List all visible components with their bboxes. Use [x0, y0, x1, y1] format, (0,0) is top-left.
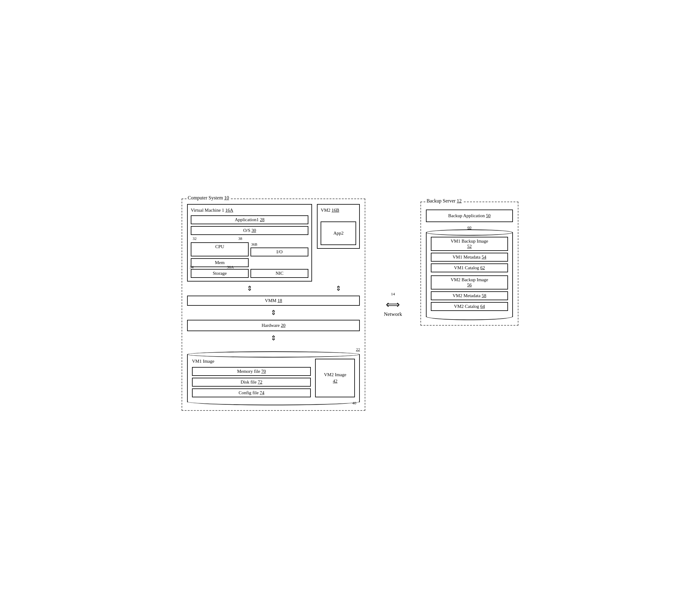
hw-grid: CPU 36B I/O Mem [191, 242, 308, 267]
app1-box: Application1 28 [191, 215, 308, 224]
nic-label: NIC [275, 271, 284, 276]
backup-items: VM1 Backup Image 52 VM1 Metadata 54 VM1 … [431, 237, 508, 312]
backup-drum-bottom [426, 316, 513, 320]
hardware-bar: Hardware 20 [187, 320, 360, 331]
config-file-box: Config file 74 [192, 388, 311, 397]
vm2-img-title-text: VM2 Image [324, 372, 346, 377]
backup-app-ref: 50 [486, 213, 490, 218]
vm2-img-ref-text: 42 [333, 379, 338, 384]
drum-bottom: 40 [187, 402, 360, 405]
disk-file-ref: 72 [258, 380, 263, 384]
mem-file-label: Memory file [237, 369, 260, 374]
storage-drum: 22 VM1 Image Memory file 70 [187, 347, 360, 405]
diagram-wrapper: Computer System 10 Virtual Machine 1 16A… [182, 198, 518, 411]
network-label: Network [384, 311, 402, 317]
app2-label: App2 [334, 231, 344, 236]
callout-32: 32 [193, 236, 197, 241]
os-box: O/S 30 [191, 226, 308, 235]
vmm-label: VMM [265, 298, 276, 303]
vm2-title-text: VM2 [321, 208, 330, 213]
nic-spacer [250, 258, 308, 267]
vm1-backup-img-label: VM1 Backup Image [451, 239, 488, 244]
vm2-backup-img-ref: 56 [467, 282, 471, 288]
vm1-metadata-label: VM1 Metadata [453, 255, 481, 259]
io-label: I/O [276, 249, 283, 254]
hardware-label: Hardware [262, 323, 280, 328]
memory-file-box: Memory file 70 [192, 367, 311, 376]
callout-36b: 36B [251, 242, 308, 247]
backup-app-label: Backup Application [448, 213, 485, 218]
vm1-title: Virtual Machine 1 16A [191, 208, 308, 213]
vm2-backup-img-label: VM2 Backup Image [451, 277, 488, 282]
app2-box: App2 [321, 222, 356, 245]
vm2-catalog-box: VM2 Catalog 64 [431, 302, 508, 311]
callout-area: 32 38 [191, 237, 308, 240]
vm1-backup-group: VM1 Backup Image 52 VM1 Metadata 54 VM1 … [431, 237, 508, 272]
bs-inner: Backup Application 50 60 VM1 Backup Imag… [426, 210, 513, 320]
disk-file-label: Disk file [241, 380, 257, 384]
network-label-text: Network [384, 311, 402, 317]
callout-36a-label: 36A [227, 265, 234, 269]
vm1-catalog-box: VM1 Catalog 62 [431, 263, 508, 272]
vm2-catalog-label: VM2 Catalog [454, 304, 479, 309]
drum-content: VM1 Image Memory file 70 Disk file 72 [192, 359, 355, 397]
config-file-label: Config file [238, 390, 258, 395]
cpu-box: CPU [191, 242, 249, 256]
vm1-img-title-text: VM1 Image [192, 359, 214, 364]
cpu-label: CPU [215, 244, 224, 249]
callout-34-label: 34 [190, 265, 194, 269]
disk-file-box: Disk file 72 [192, 378, 311, 387]
nic-box: NIC [250, 269, 308, 278]
vm2-image-col: VM2 Image 42 [315, 359, 355, 397]
vm2-backup-image-box: VM2 Backup Image 56 [431, 275, 508, 290]
network-ref-text: 14 [391, 292, 395, 296]
arrow-vm1-vmm: ⇕ [187, 284, 312, 293]
drum-top-ellipse [187, 351, 360, 358]
network-ref-label: 14 [391, 292, 395, 297]
computer-system-title: Computer System 10 [186, 195, 230, 201]
os-ref: 30 [251, 228, 256, 233]
vm1-image-col: VM1 Image Memory file 70 Disk file 72 [192, 359, 311, 397]
backup-drum-body: VM1 Backup Image 52 VM1 Metadata 54 VM1 … [426, 232, 513, 317]
backup-server-title: Backup Server 12 [425, 198, 463, 204]
vm2-metadata-ref: 58 [482, 293, 486, 298]
vm1-metadata-ref: 54 [482, 255, 486, 259]
vm2-catalog-ref: 64 [480, 304, 485, 309]
vm1-catalog-ref: 62 [480, 265, 485, 270]
backup-app-box: Backup Application 50 [426, 210, 513, 222]
cs-ref: 10 [224, 195, 229, 201]
network-area: 14 ⟺ Network [384, 292, 402, 317]
mem-box: Mem [191, 258, 249, 267]
vm1-catalog-label: VM1 Catalog [454, 265, 479, 270]
arrow-hw-storage: ⇕ [187, 334, 360, 342]
vmm-box: VMM 18 [187, 296, 360, 306]
vm1-title-text: Virtual Machine 1 [191, 208, 224, 213]
backup-drum-60-ref: 60 [467, 225, 471, 230]
arrows-to-vmm: ⇕ ⇕ [187, 284, 360, 293]
vmm-ref: 18 [277, 298, 282, 303]
vm2-box: VM2 16B App2 [317, 204, 360, 249]
bs-ref: 12 [457, 198, 462, 204]
drum-22-ref-text: 22 [356, 347, 360, 352]
backup-server-box: Backup Server 12 Backup Application 50 6… [420, 202, 518, 326]
backup-drum-top [426, 229, 513, 236]
vm2-metadata-label: VM2 Metadata [453, 293, 481, 298]
config-file-ref: 74 [260, 390, 264, 395]
mem-file-ref: 70 [261, 369, 266, 374]
storage-box: Storage [191, 269, 249, 278]
storage-nic-row: 34 36A Storage NIC [191, 269, 308, 278]
cs-title-text: Computer System [188, 195, 223, 201]
drum-bottom-ref: 40 [352, 401, 356, 405]
os-label: O/S [243, 228, 250, 233]
network-arrow: ⟺ [386, 300, 400, 309]
mem-label: Mem [215, 260, 225, 265]
app1-label: Application1 [235, 217, 259, 222]
vm2-backup-group: VM2 Backup Image 56 VM2 Metadata 58 VM2 … [431, 275, 508, 311]
drum-body: VM1 Image Memory file 70 Disk file 72 [187, 354, 360, 402]
computer-system-box: Computer System 10 Virtual Machine 1 16A… [182, 198, 365, 411]
vm1-metadata-box: VM1 Metadata 54 [431, 253, 508, 262]
vm2-image-title: VM2 Image [324, 372, 346, 378]
io-col: 36B I/O [250, 242, 308, 256]
vm2-ref: 16B [331, 208, 339, 213]
vm1-image-title: VM1 Image [192, 359, 311, 364]
